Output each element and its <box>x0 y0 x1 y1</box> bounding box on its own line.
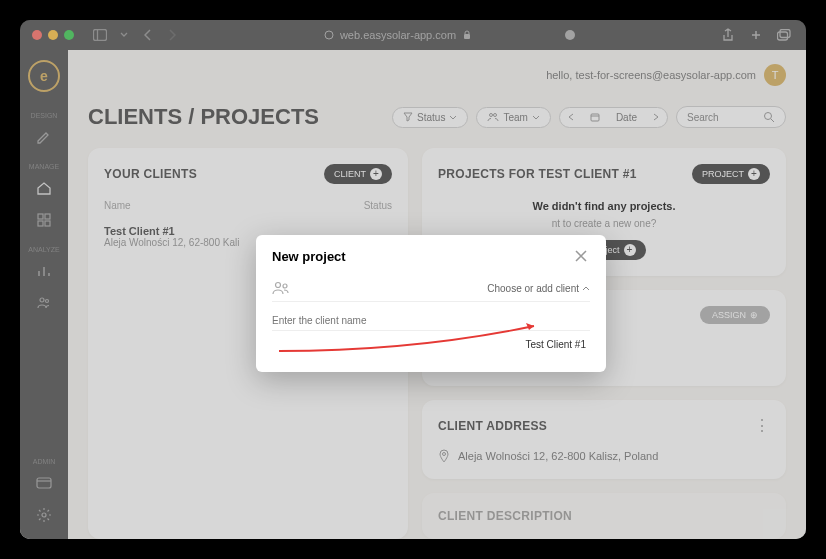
choose-client-toggle[interactable]: Choose or add client <box>487 283 590 294</box>
browser-window: web.easysolar-app.com e DESIGN MANAGE AN… <box>20 20 806 539</box>
svg-point-24 <box>283 284 287 288</box>
modal-title: New project <box>272 249 346 265</box>
client-name-input[interactable] <box>272 311 590 331</box>
svg-point-23 <box>276 283 281 288</box>
client-option[interactable]: Test Client #1 <box>272 331 590 356</box>
new-project-modal: New project Choose or add client Test Cl… <box>256 235 606 372</box>
client-icon <box>272 281 290 295</box>
close-icon[interactable] <box>574 249 590 265</box>
chevron-up-icon <box>582 286 590 291</box>
